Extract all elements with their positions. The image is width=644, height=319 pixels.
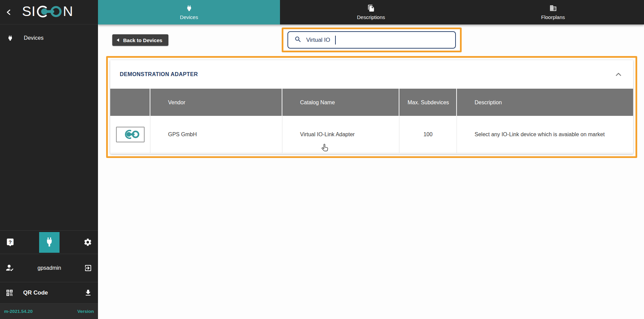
help-icon[interactable]: ? <box>5 238 15 247</box>
download-icon[interactable] <box>84 289 93 297</box>
collapse-sidebar-icon[interactable] <box>5 8 14 17</box>
sicon-logo: SI N <box>22 4 73 21</box>
qr-code-label: QR Code <box>23 289 84 296</box>
usb-devices-tile[interactable] <box>39 232 60 253</box>
tab-descriptions[interactable]: Descriptions <box>280 0 462 24</box>
column-header-description: Description <box>457 89 633 116</box>
qr-code-row[interactable]: QR Code <box>0 282 98 303</box>
catalog-name-cell: Virtual IO-Link Adapter <box>282 116 399 153</box>
adapter-logo-cell <box>110 116 150 153</box>
search-input[interactable]: Virtual IO <box>287 31 456 49</box>
column-header-max-subdevices: Max. Subdevices <box>399 89 457 116</box>
user-row: gpsadmin <box>0 254 98 282</box>
main-content: Back to Devices Virtual IO DEMONSTRATION… <box>98 24 644 319</box>
file-copy-icon <box>367 4 375 13</box>
chevron-up-icon[interactable] <box>614 71 623 78</box>
panel-title: DEMONSTRATION ADAPTER <box>120 71 198 77</box>
text-caret <box>335 36 336 45</box>
tab-devices[interactable]: Devices <box>98 0 280 24</box>
settings-gear-icon[interactable] <box>83 238 92 247</box>
tab-label: Devices <box>180 14 198 20</box>
tab-label: Descriptions <box>357 14 385 20</box>
column-header-icon <box>110 89 150 116</box>
description-cell: Select any IO-Link device which is avaia… <box>457 116 633 153</box>
search-icon <box>294 36 302 45</box>
sidebar: SI N Devices ? <box>0 0 98 319</box>
search-highlight-box: Virtual IO <box>282 28 462 52</box>
sidebar-item-devices[interactable]: Devices <box>0 24 98 52</box>
logo-row: SI N <box>0 0 98 24</box>
column-header-catalog-name: Catalog Name <box>282 89 399 116</box>
adapter-logo <box>116 127 145 142</box>
logo-text-right: N <box>63 4 73 19</box>
version-value: m-2021.54.20 <box>4 309 33 314</box>
sidebar-item-label: Devices <box>24 35 44 41</box>
triangle-left-icon <box>116 38 119 42</box>
vendor-cell: GPS GmbH <box>150 116 282 153</box>
building-icon <box>549 4 557 13</box>
usb-icon <box>45 237 54 248</box>
svg-text:?: ? <box>9 239 12 245</box>
adapter-card-header: DEMONSTRATION ADAPTER <box>110 60 633 89</box>
plug-icon <box>185 4 193 13</box>
user-check-icon <box>5 264 15 272</box>
sidebar-icon-row: ? <box>0 230 98 254</box>
logout-icon[interactable] <box>84 264 93 272</box>
tab-label: Floorplans <box>541 14 565 20</box>
search-value: Virtual IO <box>306 37 330 43</box>
adapter-panel-highlight-box: DEMONSTRATION ADAPTER Vendor Catalog Nam… <box>106 56 637 158</box>
max-subdevices-cell: 100 <box>399 116 457 153</box>
logo-text-left: SI <box>22 4 36 19</box>
adapter-card: DEMONSTRATION ADAPTER Vendor Catalog Nam… <box>110 60 633 154</box>
table-header-row: Vendor Catalog Name Max. Subdevices Desc… <box>110 89 633 116</box>
top-tab-bar: Devices Descriptions Floorplans <box>98 0 644 24</box>
plug-icon <box>6 34 14 42</box>
table-row[interactable]: GPS GmbH Virtual IO-Link Adapter 100 Sel… <box>110 116 633 153</box>
column-header-vendor: Vendor <box>150 89 282 116</box>
back-button-label: Back to Devices <box>123 37 162 43</box>
version-bar: m-2021.54.20 Version <box>0 303 98 319</box>
back-to-devices-button[interactable]: Back to Devices <box>112 34 168 46</box>
tab-floorplans[interactable]: Floorplans <box>462 0 644 24</box>
qr-code-icon <box>5 289 14 297</box>
version-label: Version <box>77 309 94 314</box>
username-label: gpsadmin <box>15 265 84 271</box>
